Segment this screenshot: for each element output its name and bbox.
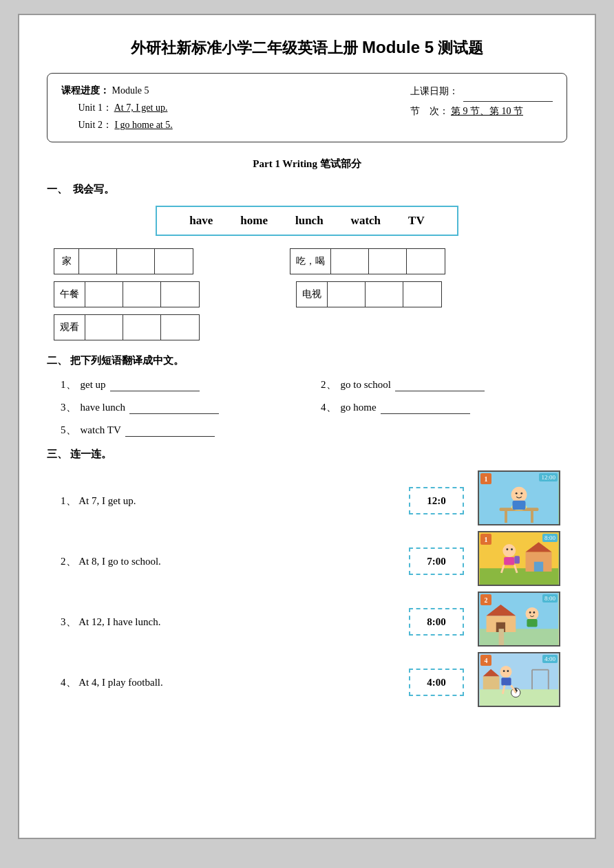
svg-rect-42 [501,678,511,686]
word-home: home [240,214,268,228]
char-grid-dianshi: 电视 [296,281,442,307]
exam-page: 外研社新标准小学二年级英语上册 Module 5 测试题 课程进度： Modul… [18,14,596,839]
time-box-4[interactable]: 4:00 [409,669,464,696]
title-module: Module 5 [362,38,434,56]
info-right: 上课日期： 节 次： 第 9 节、第 10 节 [410,82,553,134]
char-cell[interactable] [155,249,193,274]
char-cell[interactable] [407,249,445,274]
char-grid-chi: 吃，喝 [290,248,445,274]
connect-pictures: 1 12:00 [478,470,567,713]
svg-point-20 [506,549,508,551]
translate-phrase-4: go home [341,402,377,413]
char-label-wucan: 午餐 [54,282,85,307]
translate-answer-3[interactable] [129,402,219,414]
section3-label: 连一连。 [70,448,112,459]
section1-number: 一、 [47,183,67,196]
svg-point-41 [500,666,511,677]
char-cell[interactable] [328,282,366,307]
translate-num-5: 5、 [61,424,76,437]
svg-point-31 [533,611,535,614]
translate-phrase-3: have lunch [81,402,125,413]
char-cell[interactable] [123,282,161,307]
char-grid-jia: 家 [54,248,193,274]
page-title: 外研社新标准小学二年级英语上册 Module 5 测试题 [47,36,567,59]
info-left: 课程进度： Module 5 Unit 1： At 7, I get up. U… [61,82,173,134]
section2-label: 把下列短语翻译成中文。 [70,355,184,366]
char-cell[interactable] [85,282,123,307]
svg-rect-37 [483,677,500,690]
svg-point-6 [511,487,527,503]
connect-area: 1、 At 7, I get up. 2、 At 8, I go to scho… [47,470,567,713]
time-box-3[interactable]: 8:00 [409,608,464,636]
char-cell[interactable] [123,315,161,340]
time-value-2: 7:00 [427,556,446,567]
connect-sentence-1: 1、 At 7, I get up. [47,470,395,531]
svg-point-15 [502,544,516,557]
char-label-jia: 家 [54,249,79,274]
time-value-3: 8:00 [427,616,446,628]
course-label: 课程进度： [61,85,109,96]
connect-sentence-2: 2、 At 8, I go to school. [47,531,395,592]
section1-label: 我会写。 [73,183,114,196]
char-label-chi: 吃，喝 [290,249,331,274]
svg-rect-2 [505,511,507,523]
char-grid-guankan: 观看 [54,314,200,340]
sentence-num-3: 3、 [61,616,76,629]
sentence-num-2: 2、 [61,555,76,568]
pic-num-1: 1 [480,473,491,484]
time-box-1[interactable]: 12:0 [409,487,464,514]
session-sub: 次： [430,106,449,116]
pic-badge-3: 8:00 [542,594,558,603]
char-cell[interactable] [331,249,369,274]
svg-point-21 [511,549,513,551]
char-cell[interactable] [369,249,407,274]
connect-sentence-4: 4、 At 4, I play football. [47,652,395,713]
sentence-text-4: At 4, I play football. [78,677,162,688]
svg-point-28 [526,607,539,620]
translate-item-1: 1、 get up [61,378,307,391]
svg-rect-7 [513,501,526,510]
translate-phrase-5: watch TV [81,424,121,436]
word-have: have [189,214,213,228]
info-box: 课程进度： Module 5 Unit 1： At 7, I get up. U… [47,73,567,143]
char-cell[interactable] [117,249,155,274]
char-cell[interactable] [161,282,199,307]
section3-header: 三、 连一连。 [47,448,567,461]
translate-answer-2[interactable] [395,379,485,391]
svg-rect-16 [504,557,514,565]
sentence-num-1: 1、 [61,495,76,508]
date-value [463,82,553,102]
char-cell[interactable] [85,315,123,340]
char-cell[interactable] [366,282,403,307]
translate-answer-1[interactable] [110,379,200,391]
translate-num-2: 2、 [321,378,337,391]
svg-rect-3 [531,511,533,523]
section3-number: 三、 [47,448,67,459]
translate-phrase-2: go to school [341,379,391,391]
part1-title: Part 1 Writing 笔试部分 [47,158,567,171]
time-box-2[interactable]: 7:00 [409,547,464,575]
unit1-label: Unit 1： [78,102,112,113]
svg-rect-19 [514,556,520,564]
svg-rect-29 [527,619,537,627]
svg-point-46 [507,671,509,673]
word-lunch: lunch [295,214,324,228]
section1-header: 一、 我会写。 [47,183,567,196]
word-tv: TV [408,214,425,228]
pic-num-4: 4 [480,655,491,666]
char-cell[interactable] [403,282,441,307]
sentence-num-4: 4、 [61,676,76,689]
char-cell[interactable] [161,315,199,340]
translate-num-4: 4、 [321,401,337,414]
translate-answer-4[interactable] [381,402,470,414]
translate-answer-5[interactable] [125,424,215,437]
pic-num-2: 1 [480,534,491,545]
translate-num-3: 3、 [61,401,76,414]
char-cell[interactable] [79,249,117,274]
char-label-dianshi: 电视 [297,282,328,307]
translate-item-5: 5、 watch TV [61,424,307,437]
char-label-guankan: 观看 [54,315,85,340]
sentence-text-1: At 7, I get up. [78,495,136,507]
translate-item-4: 4、 go home [321,401,567,414]
svg-point-30 [529,611,531,614]
